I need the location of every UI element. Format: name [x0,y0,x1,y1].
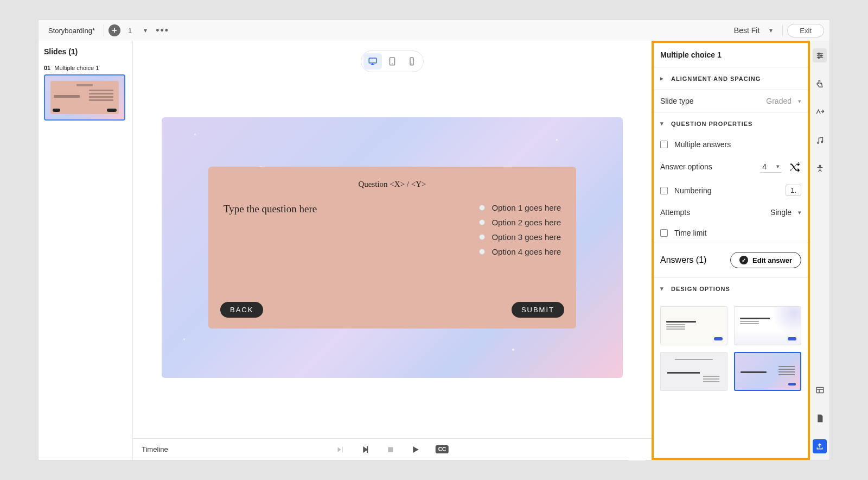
svg-rect-18 [816,387,824,393]
submit-button[interactable]: SUBMIT [512,302,564,318]
desktop-preview-button[interactable] [363,53,382,70]
design-option-4[interactable] [734,352,801,391]
page-chevron[interactable]: ▾ [139,27,151,34]
slide-canvas[interactable]: Question <X> / <Y> Type the question her… [162,117,623,378]
answer-options-label: Answer options [660,162,712,171]
right-icon-rail [810,41,829,460]
answer-options-value: 4 [762,162,767,171]
layout-tab-icon[interactable] [813,383,827,397]
option-label: Option 1 goes here [492,203,561,212]
slide-type-value: Graded [766,97,792,105]
play-pause-button[interactable] [361,445,371,454]
svg-point-16 [821,141,822,142]
chevron-down-icon: ▾ [798,98,801,105]
share-button[interactable] [813,439,827,453]
question-props-header[interactable]: ▾ QUESTION PROPERTIES [654,112,808,135]
question-card[interactable]: Question <X> / <Y> Type the question her… [208,167,576,329]
zoom-select[interactable]: Best Fit ▾ [729,26,778,35]
option-row[interactable]: Option 4 goes here [479,247,561,256]
properties-panel: Multiple choice 1 ▸ ALIGNMENT AND SPACIN… [652,41,810,460]
design-option-1[interactable] [660,306,727,345]
attempts-label: Attempts [660,208,690,217]
shuffle-icon[interactable] [789,161,801,173]
radio-icon[interactable] [479,219,485,225]
prev-frame-button[interactable] [336,445,346,454]
chevron-right-icon: ▸ [660,75,666,82]
device-preview-toggle [361,50,424,72]
section-label: ALIGNMENT AND SPACING [671,75,761,82]
edit-answer-button[interactable]: ✓ Edit answer [730,252,801,268]
section-label: QUESTION PROPERTIES [671,121,752,127]
project-name: Storyboarding* [44,27,99,35]
attempts-value: Single [770,208,792,217]
section-label: DESIGN OPTIONS [671,286,730,292]
add-slide-button[interactable]: + [108,24,120,36]
svg-rect-7 [367,446,368,453]
audio-tab-icon[interactable] [813,133,827,147]
design-options-header[interactable]: ▾ DESIGN OPTIONS [654,277,808,300]
exit-button[interactable]: Exit [787,24,824,37]
interactions-tab-icon[interactable] [813,77,827,91]
chevron-down-icon: ▾ [660,285,666,292]
edit-answer-label: Edit answer [752,256,792,264]
check-circle-icon: ✓ [739,256,748,264]
divider [104,24,104,36]
slide-type-label: Slide type [660,97,693,105]
option-row[interactable]: Option 2 goes here [479,218,561,227]
option-label: Option 2 goes here [492,218,561,227]
multiple-answers-checkbox[interactable] [660,141,668,148]
time-limit-label: Time limit [674,229,706,237]
tablet-preview-button[interactable] [383,53,401,70]
page-number: 1 [120,27,139,35]
slide-thumb-label: 01 Multiple choice 1 [44,65,127,71]
radio-icon[interactable] [479,249,485,255]
accessibility-tab-icon[interactable] [813,161,827,175]
numbering-label: Numbering [674,186,711,195]
radio-icon[interactable] [479,234,485,240]
alignment-section-header[interactable]: ▸ ALIGNMENT AND SPACING [654,67,808,90]
question-options: Option 1 goes here Option 2 goes here Op… [479,203,561,256]
option-label: Option 4 goes here [492,247,561,256]
svg-point-14 [818,56,819,58]
play-button[interactable] [411,445,420,454]
mobile-preview-button[interactable] [403,53,421,70]
closed-captions-button[interactable]: CC [436,445,449,453]
multiple-answers-label: Multiple answers [674,140,731,149]
option-row[interactable]: Option 3 goes here [479,232,561,242]
svg-point-15 [817,142,819,143]
slide-thumb-title: Multiple choice 1 [54,65,99,71]
back-button[interactable]: BACK [220,302,263,318]
answer-options-select[interactable]: 4 ▾ [760,161,782,173]
slides-panel: Slides (1) 01 Multiple choice 1 [39,41,133,460]
zoom-value: Best Fit [734,26,760,35]
props-title: Multiple choice 1 [654,43,808,67]
slide-type-select[interactable]: Graded ▾ [766,97,801,105]
attempts-select[interactable]: Single ▾ [770,208,801,217]
animations-tab-icon[interactable] [813,105,827,119]
chevron-down-icon: ▾ [769,27,773,34]
time-limit-checkbox[interactable] [660,229,668,237]
question-text[interactable]: Type the question here [224,203,430,256]
svg-point-10 [818,53,819,54]
more-menu[interactable]: ••• [151,25,174,36]
divider [782,24,783,36]
numbering-format[interactable]: 1. [786,185,801,196]
design-option-3[interactable] [660,352,727,391]
answers-count-label: Answers (1) [660,255,706,265]
svg-point-17 [819,165,821,167]
stop-button[interactable] [386,445,395,454]
properties-tab-icon[interactable] [813,48,827,62]
radio-icon[interactable] [479,205,485,211]
chevron-down-icon: ▾ [798,209,801,216]
timeline-label: Timeline [142,445,168,453]
option-row[interactable]: Option 1 goes here [479,203,561,212]
question-counter[interactable]: Question <X> / <Y> [220,180,564,189]
chevron-down-icon: ▾ [660,120,666,127]
slide-thumbnail[interactable] [44,74,125,121]
design-option-2[interactable] [734,306,801,345]
option-label: Option 3 goes here [492,232,561,242]
svg-rect-0 [369,58,376,63]
numbering-checkbox[interactable] [660,187,668,194]
document-tab-icon[interactable] [813,411,827,425]
slides-header: Slides (1) [44,47,127,56]
